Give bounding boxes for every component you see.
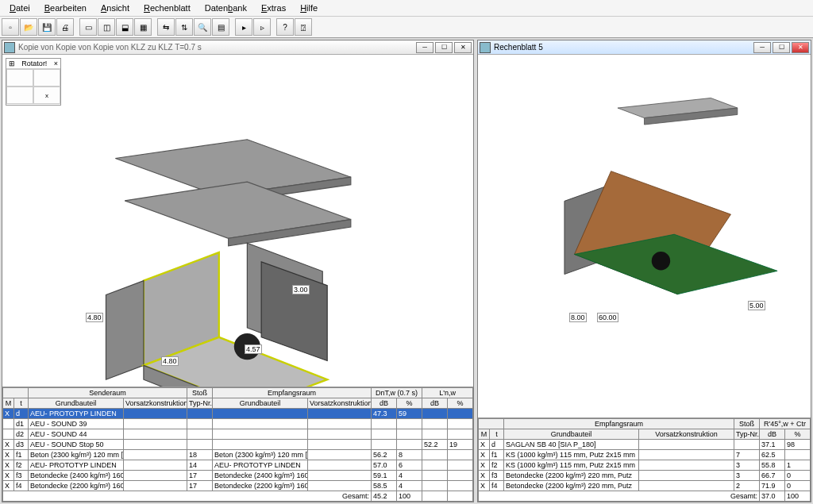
tile-v-icon[interactable]: ⇅ (175, 18, 193, 36)
window-icon (4, 42, 15, 53)
table-row[interactable]: Xf1Beton (2300 kg/m³) 120 mm [BAST]18Bet… (3, 450, 473, 460)
dim-c: 5.00 (748, 301, 765, 310)
table-row[interactable]: Xf3Betondecke (2200 kg/m³) 220 mm, Putz3… (479, 471, 811, 481)
workspace: Kopie von Kopie von Kopie von KLZ zu KLZ… (0, 38, 813, 504)
print-icon[interactable]: 🖨 (56, 18, 74, 36)
arrow-right-icon[interactable]: ▸ (235, 18, 252, 36)
dim-c: 4.57 (245, 344, 262, 354)
table-row[interactable]: Xf4Betondecke (2200 kg/m³) 160 mm [BAST]… (3, 481, 473, 491)
layout1-icon[interactable]: ▭ (79, 18, 97, 36)
dim-d: 3.00 (292, 285, 310, 294)
menu-bearbeiten[interactable]: Bearbeiten (38, 2, 93, 14)
table-row[interactable]: Xd3AEU - SOUND Stop 5052.219 (3, 440, 473, 450)
layout3-icon[interactable]: ⬓ (116, 18, 133, 36)
titlebar-right[interactable]: Rechenblatt 5 ─ ☐ ✕ (478, 40, 811, 55)
menu-ansicht[interactable]: Ansicht (94, 2, 136, 14)
context-help-icon[interactable]: ⍰ (295, 18, 312, 36)
table-left[interactable]: Senderaum Stoß Empfangsraum DnT,w (0.7 s… (2, 387, 473, 502)
viewport-left[interactable]: ⊞ Rotator! × x (2, 55, 473, 387)
close-button[interactable]: ✕ (792, 42, 809, 53)
menu-extras[interactable]: Extras (255, 2, 292, 14)
titlebar-left[interactable]: Kopie von Kopie von Kopie von KLZ zu KLZ… (2, 40, 473, 55)
table-row[interactable]: XdSAGLAN SB 40 [SIA P_180]37.198 (479, 440, 811, 450)
table-row[interactable]: Xf3Betondecke (2400 kg/m³) 160 mm [BAST]… (3, 471, 473, 481)
dim-a: 8.00 (569, 313, 587, 322)
dim-a: 4.80 (86, 313, 103, 322)
minimize-button[interactable]: ─ (416, 42, 433, 53)
table-row[interactable]: Xf4Betondecke (2200 kg/m³) 220 mm, Putz2… (479, 481, 811, 491)
layout2-icon[interactable]: ◫ (98, 18, 115, 36)
table-row[interactable]: d1AEU - SOUND 39 (3, 419, 473, 429)
minimize-button[interactable]: ─ (753, 42, 771, 53)
open-file-icon[interactable]: 📂 (20, 18, 37, 36)
viewport-right[interactable]: 8.00 60.00 5.00 3.00 (478, 55, 811, 417)
table-row[interactable]: d2AEU - SOUND 44 (3, 429, 473, 440)
close-button[interactable]: ✕ (454, 42, 472, 53)
save-icon[interactable]: 💾 (38, 18, 56, 36)
dim-b: 60.00 (597, 313, 618, 322)
maximize-button[interactable]: ☐ (773, 42, 790, 53)
window-icon (480, 42, 491, 53)
help-icon[interactable]: ? (276, 18, 294, 36)
table-right[interactable]: Empfangsraum Stoß R'45°,w + Ctr Mt Grund… (478, 417, 811, 502)
menu-datei[interactable]: Datei (3, 2, 37, 14)
zoom-icon[interactable]: 🔍 (194, 18, 211, 36)
table-row[interactable]: Xf1KS (1000 kg/m³) 115 mm, Putz 2x15 mm7… (479, 450, 811, 460)
mdi-window-left: Kopie von Kopie von Kopie von KLZ zu KLZ… (2, 40, 474, 502)
menubar: Datei Bearbeiten Ansicht Rechenblatt Dat… (0, 0, 813, 17)
tile-h-icon[interactable]: ⇆ (157, 18, 175, 36)
table-row[interactable]: Xf2AEU- PROTOTYP LINDEN14AEU- PROTOTYP L… (3, 460, 473, 471)
menu-rechenblatt[interactable]: Rechenblatt (137, 2, 197, 14)
table-row[interactable]: Xf2KS (1000 kg/m³) 115 mm, Putz 2x15 mm3… (479, 460, 811, 471)
new-file-icon[interactable]: ▫ (2, 18, 19, 36)
dim-b: 4.80 (161, 356, 179, 366)
layout4-icon[interactable]: ▦ (134, 18, 152, 36)
menu-datenbank[interactable]: Datenbank (198, 2, 253, 14)
window-title-right: Rechenblatt 5 (494, 43, 753, 52)
arrow-right2-icon[interactable]: ▹ (253, 18, 271, 36)
model-drawing-left (2, 55, 473, 387)
mdi-window-right: Rechenblatt 5 ─ ☐ ✕ (477, 40, 811, 502)
window-title-left: Kopie von Kopie von Kopie von KLZ zu KLZ… (18, 43, 416, 52)
toolbar: ▫ 📂 💾 🖨 ▭ ◫ ⬓ ▦ ⇆ ⇅ 🔍 ▤ ▸ ▹ ? ⍰ (0, 17, 813, 38)
menu-hilfe[interactable]: Hilfe (294, 2, 324, 14)
table-row[interactable]: XdAEU- PROTOTYP LINDEN47.359 (3, 409, 473, 419)
svg-marker-6 (106, 281, 143, 380)
svg-point-16 (652, 252, 670, 270)
cascade-icon[interactable]: ▤ (212, 18, 229, 36)
maximize-button[interactable]: ☐ (435, 42, 453, 53)
